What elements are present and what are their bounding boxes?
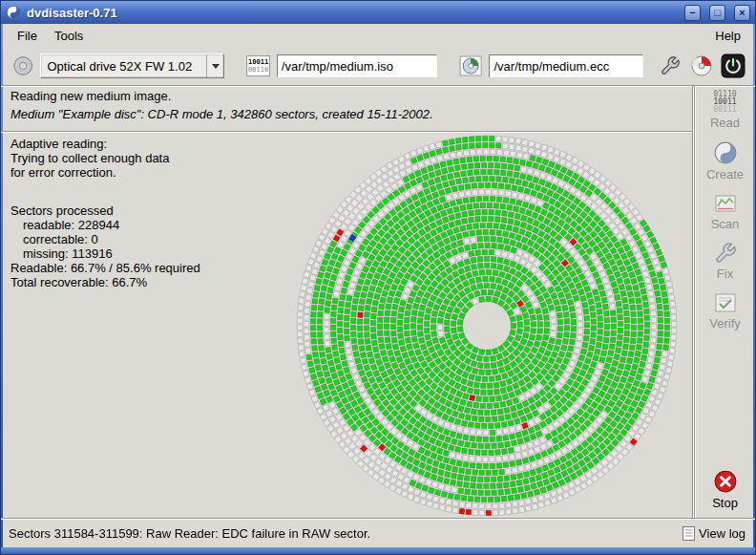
stop-label: Stop bbox=[712, 496, 738, 510]
verify-button[interactable]: Verify bbox=[698, 289, 753, 332]
about-button[interactable] bbox=[689, 53, 714, 79]
info-line-2: for error correction. bbox=[10, 165, 200, 180]
stop-button[interactable]: Stop bbox=[698, 467, 753, 512]
menubar: File Tools Help bbox=[3, 24, 755, 47]
drive-select-value: Optical drive 52X FW 1.02 bbox=[41, 59, 206, 74]
fix-button[interactable]: Fix bbox=[698, 240, 753, 283]
sector-spiral bbox=[281, 133, 693, 519]
scan-chart-icon bbox=[713, 192, 738, 215]
chevron-down-icon bbox=[212, 64, 220, 73]
power-icon bbox=[721, 53, 746, 78]
create-label: Create bbox=[706, 167, 744, 181]
iso-path-input[interactable] bbox=[277, 54, 437, 77]
menu-tools[interactable]: Tools bbox=[46, 26, 92, 46]
menu-help[interactable]: Help bbox=[706, 26, 749, 46]
quit-button[interactable] bbox=[721, 53, 746, 79]
fix-label: Fix bbox=[717, 267, 733, 281]
app-window: dvdisaster-0.71 − □ × File Tools Help Op… bbox=[0, 0, 756, 555]
status-message-area: Reading new medium image. Medium "Exampl… bbox=[10, 89, 679, 121]
binary-row: 00111 bbox=[713, 106, 736, 114]
drive-disc-icon bbox=[12, 54, 33, 77]
sectors-correctable: correctable: 0 bbox=[10, 232, 200, 246]
yinyang-icon bbox=[713, 140, 738, 165]
menu-file[interactable]: File bbox=[9, 26, 46, 46]
info-line-1: Trying to collect enough data bbox=[10, 151, 200, 165]
drive-select-arrow[interactable] bbox=[206, 54, 223, 77]
reading-info-panel: Adaptive reading: Trying to collect enou… bbox=[10, 137, 200, 289]
scan-button[interactable]: Scan bbox=[698, 190, 753, 233]
statusbar: Sectors 311584-311599: Raw Reader: EDC f… bbox=[1, 518, 756, 547]
app-icon bbox=[6, 5, 21, 20]
ecc-path-input[interactable] bbox=[489, 54, 643, 77]
iso-icon-text-2: 00110 bbox=[248, 66, 268, 74]
readable-percent: Readable: 66.7% / 85.6% required bbox=[10, 261, 200, 275]
view-log-button[interactable]: View log bbox=[679, 524, 749, 543]
sectors-readable: readable: 228944 bbox=[10, 218, 200, 232]
read-label: Read bbox=[710, 116, 740, 130]
iso-file-icon: 10011 00110 bbox=[246, 55, 269, 76]
create-button[interactable]: Create bbox=[698, 139, 753, 183]
minimize-button[interactable]: − bbox=[684, 5, 701, 21]
recoverable-percent: Total recoverable: 66.7% bbox=[10, 275, 200, 289]
view-log-label: View log bbox=[699, 526, 746, 541]
info-gap bbox=[10, 180, 200, 203]
disc-red-icon bbox=[690, 54, 713, 77]
log-page-icon bbox=[682, 526, 695, 541]
maximize-button[interactable]: □ bbox=[709, 5, 725, 21]
toolbar-separator bbox=[1, 85, 756, 87]
info-heading: Adaptive reading: bbox=[10, 137, 200, 151]
sectors-missing: missing: 113916 bbox=[10, 246, 200, 261]
action-sidebar: 01110 10011 00111 Read Create Scan bbox=[694, 86, 755, 518]
verify-check-icon bbox=[713, 291, 738, 314]
iso-icon-text-1: 10011 bbox=[248, 58, 268, 66]
ecc-file-icon bbox=[459, 54, 482, 77]
stop-icon bbox=[713, 469, 738, 494]
verify-label: Verify bbox=[709, 316, 741, 331]
statusbar-message: Sectors 311584-311599: Raw Reader: EDC f… bbox=[9, 526, 673, 541]
toolbar: Optical drive 52X FW 1.02 10011 00110 bbox=[3, 47, 755, 85]
window-frame-left bbox=[1, 24, 3, 547]
window-frame-bottom bbox=[1, 547, 755, 555]
status-line-2: Medium "Example disc": CD-R mode 1, 3428… bbox=[10, 107, 679, 121]
titlebar: dvdisaster-0.71 − □ × bbox=[1, 1, 755, 24]
close-button[interactable]: × bbox=[734, 5, 750, 21]
preferences-button[interactable] bbox=[657, 53, 682, 79]
scan-label: Scan bbox=[711, 217, 740, 231]
wrench-icon bbox=[714, 242, 737, 265]
status-line-1: Reading new medium image. bbox=[10, 89, 679, 103]
wrench-icon bbox=[660, 55, 681, 76]
sectors-heading: Sectors processed bbox=[10, 203, 200, 218]
drive-select[interactable]: Optical drive 52X FW 1.02 bbox=[40, 53, 224, 78]
window-title: dvdisaster-0.71 bbox=[27, 6, 676, 20]
binary-read-icon: 01110 10011 00111 bbox=[713, 91, 736, 114]
read-button[interactable]: 01110 10011 00111 Read bbox=[698, 89, 753, 132]
